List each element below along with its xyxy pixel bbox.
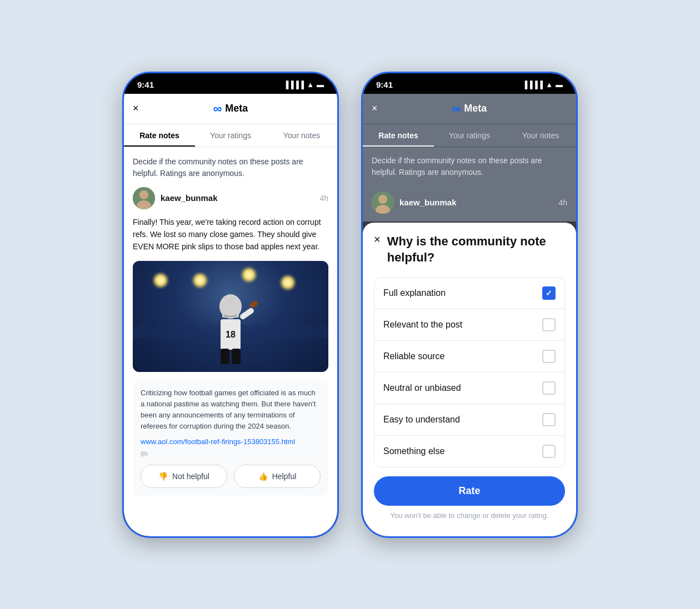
svg-point-25 bbox=[378, 195, 387, 204]
status-icons-left: ▐▐▐▐ ▲ ▬ bbox=[283, 80, 324, 89]
user-row-left: kaew_bunmak 4h bbox=[133, 187, 328, 209]
post-image-left: 18 bbox=[133, 261, 328, 372]
checkbox-box-neutral bbox=[542, 381, 556, 395]
wifi-icon: ▲ bbox=[307, 80, 314, 89]
checkbox-neutral[interactable]: Neutral or unbiased bbox=[374, 373, 564, 404]
svg-point-21 bbox=[249, 299, 258, 309]
post-text-left: Finally! This year, we're taking record … bbox=[133, 216, 328, 253]
checkbox-something-else[interactable]: Something else bbox=[374, 436, 564, 467]
thumbs-up-icon: 👍 bbox=[258, 472, 268, 481]
meta-logo-left: ∞ Meta bbox=[213, 102, 248, 116]
modal-title: Why is the community note helpful? bbox=[387, 234, 565, 265]
signal-icon: ▐▐▐▐ bbox=[283, 80, 304, 89]
checkbox-box-something-else bbox=[542, 445, 556, 458]
tab-your-ratings-right[interactable]: Your ratings bbox=[434, 124, 505, 147]
description-right: Decide if the community notes on these p… bbox=[372, 155, 567, 178]
checkbox-label-full-explanation: Full explanation bbox=[383, 288, 446, 298]
status-time-right: 9:41 bbox=[376, 80, 393, 89]
username-left: kaew_bunmak bbox=[161, 193, 218, 203]
meta-logo-text-right: Meta bbox=[464, 103, 487, 114]
svg-point-6 bbox=[171, 324, 182, 333]
tab-your-ratings-left[interactable]: Your ratings bbox=[195, 124, 266, 147]
phone-left: 9:41 ▐▐▐▐ ▲ ▬ × ∞ Meta Rate notes Your r… bbox=[122, 72, 339, 538]
status-time-left: 9:41 bbox=[137, 80, 154, 89]
tab-rate-notes-right[interactable]: Rate notes bbox=[363, 124, 434, 147]
note-link-left[interactable]: www.aol.com/football-ref-firings-1538031… bbox=[141, 437, 321, 446]
not-helpful-button[interactable]: 👎 Not helpful bbox=[141, 465, 227, 488]
checkbox-box-reliable bbox=[542, 350, 556, 363]
checkbox-label-neutral: Neutral or unbiased bbox=[383, 383, 461, 393]
user-info-right: kaew_bunmak bbox=[372, 192, 457, 214]
not-helpful-label: Not helpful bbox=[172, 472, 209, 481]
close-button-left[interactable]: × bbox=[133, 103, 139, 114]
tab-rate-notes-left[interactable]: Rate notes bbox=[124, 124, 195, 147]
close-button-right[interactable]: × bbox=[372, 103, 378, 114]
battery-icon: ▬ bbox=[317, 80, 324, 89]
svg-rect-23 bbox=[232, 349, 241, 364]
tabs-left: Rate notes Your ratings Your notes bbox=[124, 124, 337, 147]
svg-point-1 bbox=[139, 190, 148, 199]
signal-icon-right: ▐▐▐▐ bbox=[522, 80, 543, 89]
battery-icon-right: ▬ bbox=[556, 80, 563, 89]
wifi-icon-right: ▲ bbox=[546, 80, 553, 89]
action-buttons-left: 👎 Not helpful 👍 Helpful bbox=[141, 465, 321, 488]
svg-point-7 bbox=[187, 323, 198, 331]
avatar-img-left bbox=[133, 187, 155, 209]
stadium-light-4 bbox=[279, 274, 296, 291]
phone-right: 9:41 ▐▐▐▐ ▲ ▬ × ∞ Meta Rate notes Your r… bbox=[361, 72, 578, 538]
description-left: Decide if the community notes on these p… bbox=[133, 156, 328, 179]
svg-rect-22 bbox=[221, 349, 229, 364]
user-row-right: kaew_bunmak 4h bbox=[363, 192, 576, 222]
meta-logo-text-left: Meta bbox=[225, 103, 248, 114]
checkbox-label-something-else: Something else bbox=[383, 446, 444, 456]
stadium-light-3 bbox=[241, 266, 257, 283]
avatar-left bbox=[133, 187, 155, 209]
checkbox-list: Full explanation ✓ Relevant to the post bbox=[374, 277, 565, 467]
checkbox-easy[interactable]: Easy to understand bbox=[374, 404, 564, 436]
helpful-button[interactable]: 👍 Helpful bbox=[234, 465, 321, 488]
checkbox-full-explanation[interactable]: Full explanation ✓ bbox=[374, 278, 564, 309]
app-screen-right: × ∞ Meta Rate notes Your ratings Your no… bbox=[363, 94, 576, 536]
helpful-label: Helpful bbox=[272, 472, 297, 481]
avatar-right bbox=[372, 192, 394, 214]
modal-close-button[interactable]: × bbox=[374, 234, 381, 245]
stadium-light-1 bbox=[152, 272, 169, 289]
content-area-right: × Why is the community note helpful? Ful… bbox=[363, 222, 576, 536]
tabs-right: Rate notes Your ratings Your notes bbox=[363, 124, 576, 147]
desc-area-right: Decide if the community notes on these p… bbox=[363, 147, 576, 192]
tab-your-notes-left[interactable]: Your notes bbox=[266, 124, 337, 147]
checkbox-reliable[interactable]: Reliable source bbox=[374, 341, 564, 373]
player-svg: 18 bbox=[203, 289, 258, 366]
modal-sheet: × Why is the community note helpful? Ful… bbox=[363, 223, 576, 536]
svg-point-4 bbox=[138, 323, 149, 332]
checkbox-relevant[interactable]: Relevant to the post bbox=[374, 309, 564, 341]
app-screen-left: × ∞ Meta Rate notes Your ratings Your no… bbox=[124, 94, 337, 536]
rate-disclaimer: You won't be able to change or delete yo… bbox=[374, 511, 565, 520]
time-ago-left: 4h bbox=[319, 194, 328, 203]
svg-text:18: 18 bbox=[226, 330, 236, 339]
meta-logo-right: ∞ Meta bbox=[452, 102, 487, 116]
svg-point-14 bbox=[302, 324, 313, 333]
checkbox-box-full-explanation: ✓ bbox=[542, 286, 556, 300]
modal-header: × Why is the community note helpful? bbox=[374, 234, 565, 265]
note-text-left: Criticizing how football games get offic… bbox=[141, 387, 321, 432]
time-ago-right: 4h bbox=[558, 198, 567, 207]
scroll-content-left: Decide if the community notes on these p… bbox=[124, 147, 337, 536]
modal-overlay: × Why is the community note helpful? Ful… bbox=[363, 222, 576, 536]
user-info-left: kaew_bunmak bbox=[133, 187, 218, 209]
svg-point-12 bbox=[269, 323, 281, 332]
checkbox-box-relevant bbox=[542, 318, 556, 331]
thumbs-down-icon: 👎 bbox=[158, 472, 168, 481]
svg-point-5 bbox=[154, 322, 166, 331]
username-right: kaew_bunmak bbox=[399, 198, 457, 207]
status-bar-left: 9:41 ▐▐▐▐ ▲ ▬ bbox=[124, 73, 337, 94]
checkbox-label-relevant: Relevant to the post bbox=[383, 320, 462, 330]
svg-point-13 bbox=[286, 322, 297, 331]
checkbox-box-easy bbox=[542, 413, 556, 426]
meta-logo-icon-right: ∞ bbox=[452, 102, 461, 116]
tab-your-notes-right[interactable]: Your notes bbox=[505, 124, 576, 147]
stadium-light-2 bbox=[192, 272, 208, 289]
rate-button[interactable]: Rate bbox=[374, 476, 565, 506]
status-bar-right: 9:41 ▐▐▐▐ ▲ ▬ bbox=[363, 73, 576, 94]
checkmark-full-explanation: ✓ bbox=[546, 289, 552, 298]
